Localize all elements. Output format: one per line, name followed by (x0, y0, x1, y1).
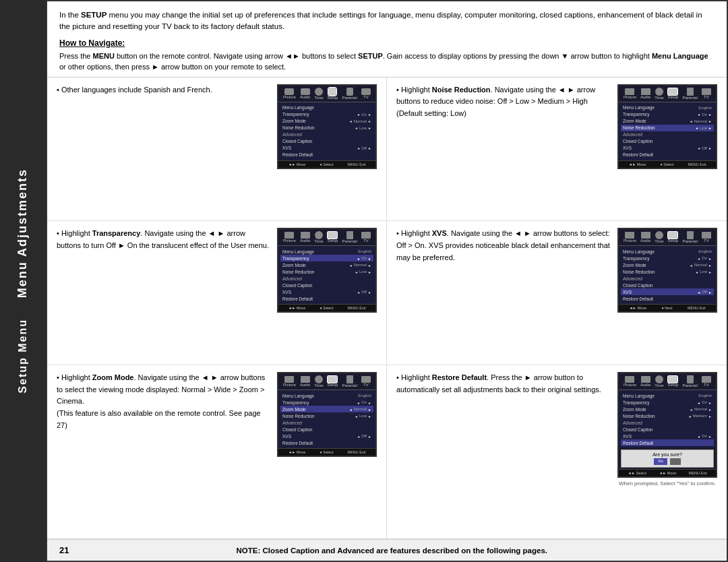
how-to-navigate-heading: How to Navigate: (59, 37, 715, 49)
menu-row: Restore Default (280, 152, 373, 158)
noise-reduction-text: • Highlight Noise Reduction. Navigate us… (396, 84, 611, 120)
tv-top-bar-5: Picture Audio Time Setup Parental TV (278, 373, 375, 390)
tv-screen-1: Picture Audio Time Setup (277, 84, 377, 169)
menu-row: XVSOff (280, 433, 373, 439)
tv-screen-4: Picture Audio Time Setup Parental TV Men… (617, 228, 717, 313)
tv-top-bar-2: Picture Audio Time Setup Parental TV (619, 86, 716, 102)
tv-icon-parental (346, 231, 353, 239)
menu-row: Noise ReductionMedium (621, 412, 714, 419)
tv-icon-time (315, 88, 323, 96)
menu-row-advanced: Advanced (280, 131, 373, 138)
menu-row-highlighted: TransparencyOn (280, 255, 373, 261)
tv-icon-time (315, 375, 323, 383)
tv-icon-parental (687, 88, 694, 96)
tv-menu-2: Menu LanguageEnglish TransparencyOn Zoom… (619, 102, 716, 160)
menu-row-highlighted: Zoom ModeNormal (280, 406, 373, 412)
tv-bottom-bar: ◄► Move● SelectMENU Exit (278, 160, 375, 168)
tv-menu-5: Menu LanguageEnglish TransparencyOn Zoom… (278, 390, 375, 448)
tv-screen-3: Picture Audio Time Setup Parental TV Men… (277, 228, 377, 313)
tv-menu-1: Menu Language TransparencyOn Zoom ModeNo… (278, 102, 375, 160)
tv-icon-tv (361, 88, 371, 95)
tv-top-bar-3: Picture Audio Time Setup Parental TV (278, 229, 375, 246)
menu-row-advanced: Advanced (280, 275, 373, 282)
menu-row: XVSOff (280, 288, 373, 295)
menu-row: Closed Caption (621, 426, 714, 433)
menu-row: Restore Default (621, 152, 714, 158)
tv-icon-tv (702, 232, 711, 239)
tv-screen-3-wrap: Picture Audio Time Setup Parental TV Men… (277, 228, 377, 313)
main-content: In the SETUP menu you may change the ini… (46, 0, 728, 562)
menu-row-highlighted: XVSOff (621, 288, 714, 295)
footer: 21 NOTE: Closed Caption and Advanced are… (47, 539, 727, 561)
menu-row: Noise ReductionLow (621, 268, 714, 275)
menu-row: Closed Caption (280, 282, 373, 288)
menu-row: Menu LanguageEnglish (621, 248, 714, 255)
are-you-sure-dialog: Are you sure? No (621, 449, 714, 468)
menu-row: TransparencyOn (621, 399, 714, 406)
menu-row: XVSOff (621, 145, 714, 152)
cell-languages: • Other languages include Spanish and Fr… (47, 77, 387, 222)
restore-default-text: • Highlight Restore Default. Press the ►… (396, 372, 611, 396)
menu-row-advanced: Advanced (280, 419, 373, 426)
tv-menu-3: Menu LanguageEnglish TransparencyOn Zoom… (278, 246, 375, 304)
tv-icon-setup (328, 376, 337, 383)
tv-bottom-bar-5: ◄► Move● SelectMENU Exit (278, 448, 375, 456)
intro-text: In the SETUP menu you may change the ini… (59, 9, 715, 33)
sidebar: Menu Adjustments Setup Menu (0, 0, 46, 562)
tv-icon-audio (301, 376, 310, 383)
menu-row: Closed Caption (621, 282, 714, 288)
cell-noise-reduction: • Highlight Noise Reduction. Navigate us… (387, 77, 727, 222)
menu-row: Zoom ModeNormal (621, 118, 714, 125)
tv-icon-setup (668, 88, 677, 95)
menu-row-advanced: Advanced (621, 275, 714, 282)
tv-icon-time (655, 231, 663, 239)
tv-icon-picture (625, 88, 634, 95)
menu-row: Restore Default (280, 439, 373, 446)
languages-text: • Other languages include Spanish and Fr… (57, 84, 270, 96)
menu-row-advanced: Advanced (621, 131, 714, 138)
header-section: In the SETUP menu you may change the ini… (47, 1, 727, 77)
content-grid: • Other languages include Spanish and Fr… (47, 77, 727, 540)
sidebar-title-bottom: Setup Menu (16, 319, 29, 394)
tv-icon-picture (625, 232, 634, 239)
tv-icon-tv (361, 232, 371, 239)
transparency-text: • Highlight Transparency. Navigate using… (57, 228, 270, 251)
tv-icon-time (315, 231, 323, 239)
yes-indicator (670, 458, 681, 465)
menu-row: Closed Caption (280, 138, 373, 145)
xvs-text: • Highlight XVS. Navigate using the ◄ ► … (396, 228, 611, 263)
tv-icon-picture (625, 376, 634, 383)
tv-menu-4: Menu LanguageEnglish TransparencyOn Zoom… (619, 246, 716, 304)
menu-row: Zoom ModeNormal (280, 261, 373, 268)
menu-row: TransparencyOn (280, 111, 373, 118)
tv-screen-2-wrap: Picture Audio Time Setup Parental TV Men… (617, 84, 717, 169)
tv-bottom-bar-6: ◄► Select◄► MoveMENU Exit (619, 469, 716, 476)
menu-row-highlighted: Restore Default (621, 439, 714, 446)
dialog-options: No (626, 458, 709, 465)
tv-icon-parental (687, 231, 694, 239)
dialog-text: Are you sure? (626, 452, 709, 457)
menu-row: Menu LanguageEnglish (621, 104, 714, 111)
menu-row: Menu LanguageEnglish (280, 248, 373, 255)
menu-row: XVSOff (280, 145, 373, 152)
tv-icon-tv (361, 376, 371, 383)
tv-top-bar-4: Picture Audio Time Setup Parental TV (619, 229, 716, 246)
tv-icon-parental (346, 375, 353, 383)
tv-icon-parental (346, 88, 353, 96)
menu-row: Zoom ModeNormal (621, 261, 714, 268)
menu-row: Menu LanguageEnglish (280, 392, 373, 399)
menu-row-highlighted: Noise ReductionLow (621, 125, 714, 131)
no-button[interactable]: No (654, 458, 667, 465)
tv-screen-6: Picture Audio Time Setup Parental TV Men… (617, 372, 717, 478)
tv-icon-audio (641, 88, 650, 95)
menu-row: TransparencyOn (280, 399, 373, 406)
tv-screen-6-wrap: Picture Audio Time Setup Parental TV Men… (617, 372, 717, 487)
cell-zoom-mode: • Highlight Zoom Mode. Navigate using th… (47, 365, 387, 539)
tv-icon-setup (328, 88, 336, 96)
tv-icon-parental (687, 375, 694, 383)
tv-screen-5: Picture Audio Time Setup Parental TV Men… (277, 372, 377, 457)
tv-bottom-bar-4: ◄► Move● NextMENU Exit (619, 304, 716, 311)
tv-icon-time (655, 88, 663, 96)
tv-icon-setup (668, 376, 677, 383)
tv-icon-setup (328, 232, 337, 239)
